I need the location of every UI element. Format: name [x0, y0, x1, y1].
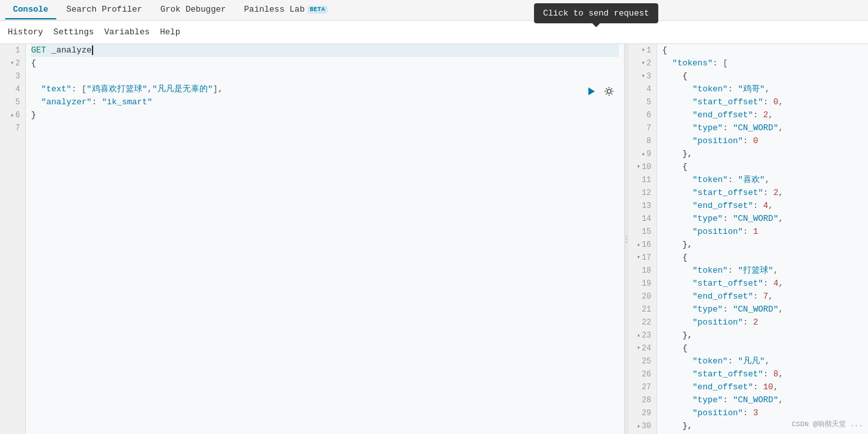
result-line-num-29: 29 — [629, 407, 656, 420]
main-area: 1 ▾2 3 4 5 ▴6 7 GET _analyze { "text": [… — [0, 44, 868, 434]
result-code-line-25: "token": "凡凡", — [662, 355, 863, 368]
result-code-line-12: "start_offset": 2, — [662, 187, 863, 200]
code-line-3 — [31, 70, 619, 83]
result-code-line-8: "position": 0 — [662, 135, 863, 148]
tab-search-profiler[interactable]: Search Profiler — [59, 1, 150, 19]
editor-panel: 1 ▾2 3 4 5 ▴6 7 GET _analyze { "text": [… — [0, 44, 625, 434]
result-code-line-5: "start_offset": 0, — [662, 96, 863, 109]
result-code-line-7: "type": "CN_WORD", — [662, 122, 863, 135]
editor-line-numbers: 1 ▾2 3 4 5 ▴6 7 — [0, 44, 26, 434]
result-line-numbers: ▾1 ▾2 ▾3 4 5 6 7 8 ▴9 ▾10 11 12 13 14 15… — [629, 44, 657, 434]
toolbar-variables[interactable]: Variables — [104, 27, 150, 37]
result-code-line-29: "position": 3 — [662, 407, 863, 420]
result-line-num-7: 7 — [629, 122, 656, 135]
result-line-num-2: ▾2 — [629, 57, 656, 70]
result-line-num-30: ▴30 — [629, 420, 656, 433]
svg-marker-0 — [588, 87, 595, 95]
tools-button[interactable] — [602, 84, 616, 98]
result-line-num-13: 13 — [629, 200, 656, 212]
line-num-3: 3 — [0, 70, 25, 83]
code-line-6: } — [31, 109, 619, 122]
result-code-line-17: { — [662, 251, 863, 264]
tab-painless-lab[interactable]: Painless Lab BETA — [236, 1, 335, 19]
line-num-4: 4 — [0, 83, 25, 96]
result-code-line-18: "token": "打篮球", — [662, 264, 863, 277]
result-line-num-9: ▴9 — [629, 148, 656, 161]
line-num-1: 1 — [0, 44, 25, 57]
result-code-line-1: { — [662, 44, 863, 57]
result-line-num-28: 28 — [629, 394, 656, 407]
result-line-num-18: 18 — [629, 264, 656, 277]
result-code-line-9: }, — [662, 148, 863, 161]
result-code-line-2: "tokens": [ — [662, 57, 863, 70]
toolbar-history[interactable]: History — [8, 27, 43, 37]
result-code-line-20: "end_offset": 7, — [662, 290, 863, 303]
result-code-line-4: "token": "鸡哥", — [662, 83, 863, 96]
result-line-num-8: 8 — [629, 135, 656, 148]
result-line-num-22: 22 — [629, 316, 656, 329]
result-line-num-25: 25 — [629, 355, 656, 368]
result-line-num-14: 14 — [629, 212, 656, 225]
result-line-num-16: ▴16 — [629, 238, 656, 251]
result-line-num-24: ▾24 — [629, 342, 656, 355]
result-code-line-11: "token": "喜欢", — [662, 174, 863, 187]
result-line-num-4: 4 — [629, 83, 656, 96]
result-code-line-22: "position": 2 — [662, 316, 863, 329]
result-code-line-14: "type": "CN_WORD", — [662, 212, 863, 225]
result-line-num-10: ▾10 — [629, 161, 656, 174]
run-button[interactable] — [584, 84, 598, 98]
result-code-line-15: "position": 1 — [662, 225, 863, 238]
result-code-line-3: { — [662, 70, 863, 83]
result-line-num-20: 20 — [629, 290, 656, 303]
toolbar-help[interactable]: Help — [160, 27, 180, 37]
result-code-line-27: "end_offset": 10, — [662, 381, 863, 394]
result-code-line-19: "start_offset": 4, — [662, 277, 863, 290]
result-line-num-6: 6 — [629, 109, 656, 122]
toolbar-settings[interactable]: Settings — [54, 27, 94, 37]
line-num-2: ▾2 — [0, 57, 25, 70]
result-code-line-21: "type": "CN_WORD", — [662, 303, 863, 316]
result-line-num-26: 26 — [629, 368, 656, 381]
result-line-num-5: 5 — [629, 96, 656, 109]
result-code-line-16: }, — [662, 238, 863, 251]
result-line-num-27: 27 — [629, 381, 656, 394]
result-code-line-24: { — [662, 342, 863, 355]
code-line-2: { — [31, 57, 619, 70]
tab-grok-debugger[interactable]: Grok Debugger — [153, 1, 234, 19]
svg-point-1 — [607, 89, 611, 93]
code-line-5: "analyzer": "ik_smart" — [31, 96, 619, 109]
result-code-line-26: "start_offset": 8, — [662, 368, 863, 381]
result-line-num-23: ▴23 — [629, 329, 656, 342]
line-num-5: 5 — [0, 96, 25, 109]
code-line-7 — [31, 122, 619, 135]
result-code-line-23: }, — [662, 329, 863, 342]
result-panel: ▾1 ▾2 ▾3 4 5 6 7 8 ▴9 ▾10 11 12 13 14 15… — [629, 44, 868, 434]
line-num-6: ▴6 — [0, 109, 25, 122]
code-area[interactable]: GET _analyze { "text": ["鸡喜欢打篮球","凡凡是无辜的… — [26, 44, 624, 434]
editor-actions — [584, 84, 616, 98]
result-line-num-19: 19 — [629, 277, 656, 290]
code-line-4: "text": ["鸡喜欢打篮球","凡凡是无辜的"], — [31, 83, 619, 96]
beta-badge: BETA — [307, 6, 328, 14]
result-line-num-1: ▾1 — [629, 44, 656, 57]
tab-console[interactable]: Console — [5, 1, 56, 19]
result-code-line-6: "end_offset": 2, — [662, 109, 863, 122]
result-code-line-28: "type": "CN_WORD", — [662, 394, 863, 407]
result-line-num-17: ▾17 — [629, 251, 656, 264]
result-code-line-13: "end_offset": 4, — [662, 200, 863, 212]
code-line-1: GET _analyze — [31, 44, 619, 57]
top-nav: Console Search Profiler Grok Debugger Pa… — [0, 0, 868, 21]
watermark: CSDN @响彻天堂 ... — [792, 419, 863, 429]
result-line-num-11: 11 — [629, 174, 656, 187]
result-line-num-12: 12 — [629, 187, 656, 200]
result-code-area: { "tokens": [ { "token": "鸡哥", "start_of… — [657, 44, 868, 434]
result-code-line-10: { — [662, 161, 863, 174]
editor-content: 1 ▾2 3 4 5 ▴6 7 GET _analyze { "text": [… — [0, 44, 624, 434]
toolbar: History Settings Variables Help — [0, 21, 868, 44]
result-line-num-3: ▾3 — [629, 70, 656, 83]
line-num-7: 7 — [0, 122, 25, 135]
result-line-num-15: 15 — [629, 225, 656, 238]
result-line-num-21: 21 — [629, 303, 656, 316]
